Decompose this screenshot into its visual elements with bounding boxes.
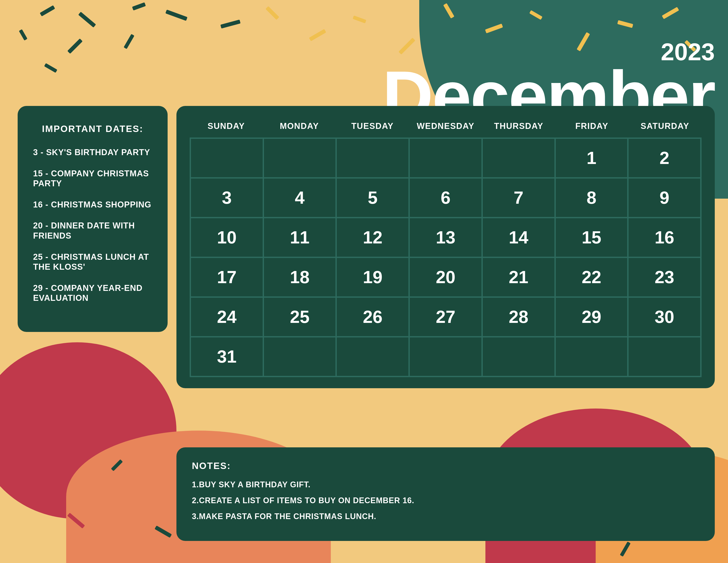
calendar-day-12: 12 [336,217,409,257]
calendar-day-20: 20 [409,257,482,297]
date-item: 16 - CHRISTMAS SHOPPING [33,200,152,210]
calendar-day-29: 29 [555,297,628,337]
calendar-empty-cell [190,138,263,178]
note-item: 3.MAKE PASTA FOR THE CHRISTMAS LUNCH. [192,512,699,521]
calendar-empty-cell [628,337,701,377]
calendar-empty-cell [263,138,336,178]
calendar-day-1: 1 [555,138,628,178]
calendar-day-26: 26 [336,297,409,337]
calendar-day-21: 21 [482,257,555,297]
dates-title: IMPORTANT DATES: [33,124,152,134]
notes-title: NOTES: [192,461,699,471]
calendar-day-header: SUNDAY [190,117,263,135]
calendar-empty-cell [263,337,336,377]
calendar-day-15: 15 [555,217,628,257]
calendar-day-23: 23 [628,257,701,297]
calendar-container: SUNDAYMONDAYTUESDAYWEDNESDAYTHURSDAYFRID… [176,106,715,388]
date-item: 25 - CHRISTMAS LUNCH AT THE KLOSS' [33,252,152,272]
calendar-day-11: 11 [263,217,336,257]
calendar-empty-cell [555,337,628,377]
main-content: 2023 December IMPORTANT DATES: 3 - SKY'S… [0,0,728,563]
calendar-day-14: 14 [482,217,555,257]
calendar-day-28: 28 [482,297,555,337]
notes-panel: NOTES: 1.BUY SKY A BIRTHDAY GIFT.2.CREAT… [176,447,715,541]
notes-list: 1.BUY SKY A BIRTHDAY GIFT.2.CREATE A LIS… [192,480,699,521]
calendar-grid: 1234567891011121314151617181920212223242… [190,137,702,377]
calendar-day-30: 30 [628,297,701,337]
date-item: 3 - SKY'S BIRTHDAY PARTY [33,147,152,157]
calendar-day-19: 19 [336,257,409,297]
calendar-day-2: 2 [628,138,701,178]
calendar-day-10: 10 [190,217,263,257]
calendar-day-24: 24 [190,297,263,337]
calendar-empty-cell [482,138,555,178]
calendar-day-13: 13 [409,217,482,257]
calendar-day-17: 17 [190,257,263,297]
date-item: 20 - DINNER DATE WITH FRIENDS [33,221,152,241]
calendar-day-header: FRIDAY [555,117,629,135]
calendar-day-4: 4 [263,178,336,217]
calendar-day-8: 8 [555,178,628,217]
date-item: 15 - COMPANY CHRISTMAS PARTY [33,169,152,189]
calendar-day-header: WEDNESDAY [409,117,482,135]
calendar-day-31: 31 [190,337,263,377]
calendar-day-3: 3 [190,178,263,217]
calendar-day-header: MONDAY [263,117,336,135]
calendar-day-25: 25 [263,297,336,337]
note-item: 1.BUY SKY A BIRTHDAY GIFT. [192,480,699,489]
calendar-empty-cell [336,337,409,377]
calendar-day-22: 22 [555,257,628,297]
calendar-day-header: SATURDAY [628,117,702,135]
calendar-empty-cell [409,138,482,178]
dates-panel: IMPORTANT DATES: 3 - SKY'S BIRTHDAY PART… [18,106,168,332]
date-item: 29 - COMPANY YEAR-END EVALUATION [33,283,152,303]
calendar-day-27: 27 [409,297,482,337]
calendar-empty-cell [409,337,482,377]
calendar-day-16: 16 [628,217,701,257]
calendar-day-5: 5 [336,178,409,217]
calendar-day-6: 6 [409,178,482,217]
calendar-day-header: THURSDAY [482,117,555,135]
calendar-empty-cell [482,337,555,377]
note-item: 2.CREATE A LIST OF ITEMS TO BUY ON DECEM… [192,496,699,505]
calendar-day-header: TUESDAY [336,117,409,135]
calendar-day-9: 9 [628,178,701,217]
dates-list: 3 - SKY'S BIRTHDAY PARTY15 - COMPANY CHR… [33,147,152,303]
calendar-day-18: 18 [263,257,336,297]
calendar-header: SUNDAYMONDAYTUESDAYWEDNESDAYTHURSDAYFRID… [190,117,702,135]
calendar-day-7: 7 [482,178,555,217]
calendar-empty-cell [336,138,409,178]
